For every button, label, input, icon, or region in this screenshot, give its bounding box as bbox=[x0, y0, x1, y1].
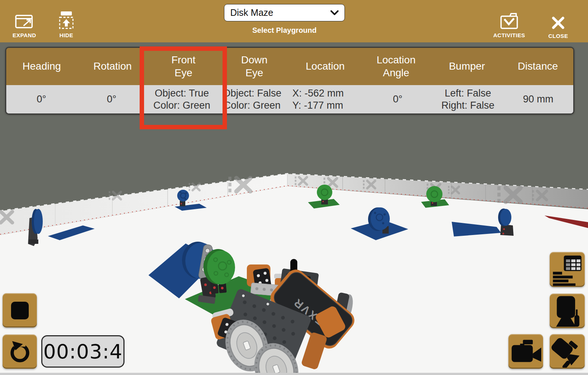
tilted-camera-icon bbox=[551, 335, 584, 368]
expand-window-icon bbox=[15, 13, 34, 29]
close-button[interactable]: CLOSE bbox=[545, 5, 572, 39]
hide-label: HIDE bbox=[59, 32, 73, 38]
value-location-angle: 0° bbox=[363, 85, 433, 113]
value-heading: 0° bbox=[6, 85, 77, 113]
sensor-dashboard-icon bbox=[551, 253, 584, 286]
hide-panel-icon bbox=[58, 11, 75, 29]
expand-button[interactable]: EXPAND bbox=[7, 4, 42, 38]
close-icon bbox=[551, 15, 565, 30]
dashboard-toggle-button[interactable] bbox=[550, 252, 585, 287]
sensor-dashboard-value-row: 0° 0° Object: TrueColor: Green Object: F… bbox=[6, 85, 573, 113]
robot-camera-icon bbox=[551, 295, 584, 327]
value-location: X: -562 mmY: -177 mm bbox=[287, 85, 363, 113]
reset-button[interactable] bbox=[3, 334, 37, 369]
close-label: CLOSE bbox=[548, 33, 568, 39]
timer-display: 00:03:4 bbox=[41, 335, 125, 368]
value-front-eye: Object: TrueColor: Green bbox=[147, 85, 217, 113]
playground-select-caption: Select Playground bbox=[213, 26, 356, 35]
video-camera-icon bbox=[510, 335, 542, 368]
header-location-angle: LocationAngle bbox=[361, 48, 431, 85]
tilted-camera-button[interactable] bbox=[550, 334, 585, 369]
header-heading: Heading bbox=[6, 48, 77, 85]
value-down-eye: Object: FalseColor: Green bbox=[217, 85, 287, 113]
reset-icon bbox=[8, 340, 31, 363]
expand-label: EXPAND bbox=[13, 32, 36, 38]
sensor-dashboard: Heading Rotation FrontEye DownEye Locati… bbox=[5, 47, 574, 115]
activities-icon bbox=[500, 13, 518, 29]
top-toolbar: EXPAND HIDE Disk Maze Select Playground … bbox=[0, 0, 588, 42]
stop-button[interactable] bbox=[3, 293, 37, 327]
header-distance: Distance bbox=[503, 48, 573, 85]
header-front-eye: FrontEye bbox=[148, 48, 219, 85]
playground-select[interactable]: Disk Maze bbox=[224, 4, 345, 21]
value-distance: 90 mm bbox=[503, 85, 573, 113]
robot-camera-button[interactable] bbox=[550, 294, 585, 328]
header-bumper: Bumper bbox=[431, 48, 502, 85]
header-location: Location bbox=[290, 48, 361, 85]
sensor-dashboard-header-row: Heading Rotation FrontEye DownEye Locati… bbox=[6, 48, 573, 85]
video-camera-button[interactable] bbox=[508, 334, 543, 369]
value-rotation: 0° bbox=[77, 85, 147, 113]
header-rotation: Rotation bbox=[77, 48, 148, 85]
playground-select-value: Disk Maze bbox=[230, 7, 273, 18]
value-bumper: Left: FalseRight: False bbox=[433, 85, 503, 113]
header-down-eye: DownEye bbox=[219, 48, 290, 85]
activities-label: ACTIVITIES bbox=[493, 32, 525, 38]
stop-icon bbox=[11, 302, 29, 319]
chevron-down-icon bbox=[330, 10, 339, 15]
activities-button[interactable]: ACTIVITIES bbox=[489, 4, 529, 38]
hide-button[interactable]: HIDE bbox=[52, 4, 81, 38]
bottom-edge-strip bbox=[0, 373, 588, 375]
